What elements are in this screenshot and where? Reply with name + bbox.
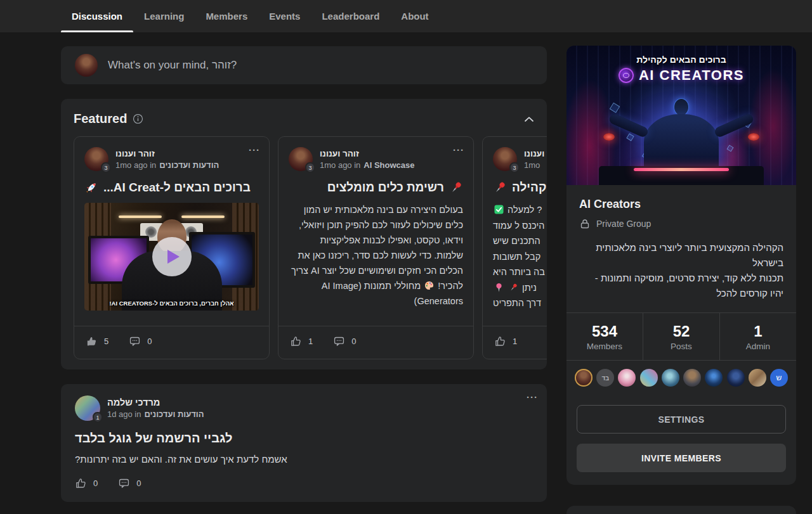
- level-badge: 1: [93, 412, 103, 423]
- palette-emoji: [424, 281, 434, 290]
- member-avatar[interactable]: [727, 369, 745, 387]
- tab-leaderboard[interactable]: Leaderboard: [311, 0, 390, 32]
- post-time: 1mo: [524, 160, 540, 170]
- like-icon[interactable]: [494, 335, 506, 347]
- member-avatars-row: בד ש: [566, 360, 796, 395]
- author-name[interactable]: זוהר וענונו: [115, 149, 219, 158]
- author-name[interactable]: מרדכי שלמה: [107, 397, 204, 408]
- featured-post-title[interactable]: רשימת כלים מומלצים: [327, 181, 444, 195]
- level-badge: 3: [101, 162, 111, 173]
- like-icon[interactable]: [290, 335, 302, 347]
- member-avatar[interactable]: [683, 369, 701, 387]
- banner-welcome-text: ברוכים הבאים לקהילת: [566, 55, 796, 65]
- featured-post-title[interactable]: קהילה: [512, 181, 546, 195]
- check-emoji: [494, 205, 504, 214]
- collapse-chevron-up-icon[interactable]: [524, 116, 534, 122]
- featured-post-title[interactable]: ברוכים הבאים ל-AI Creat...: [103, 181, 251, 195]
- privacy-label: Private Group: [596, 219, 651, 229]
- author-name[interactable]: זוהר וענונו: [524, 149, 547, 158]
- post-category[interactable]: AI Showcase: [363, 160, 414, 170]
- group-info-card: ברוכים הבאים לקהילת AI CREATORS AI Creat…: [566, 46, 796, 485]
- tab-members[interactable]: Members: [195, 0, 258, 32]
- author-avatar[interactable]: 3: [84, 147, 108, 171]
- info-icon[interactable]: [133, 113, 143, 124]
- featured-card-community[interactable]: 3 זוהר וענונו 1mo קהילה ? למעלה היכנס ל …: [482, 136, 547, 359]
- featured-title: Featured: [74, 112, 127, 126]
- pushpin-icon: [449, 181, 463, 195]
- comment-count: 0: [136, 479, 141, 488]
- featured-card-welcome[interactable]: ··· 3 זוהר וענונו 1mo ago inהודעות ועדכו…: [74, 136, 270, 359]
- tab-discussion[interactable]: Discussion: [61, 0, 133, 32]
- video-thumbnail[interactable]: אהלן חברים, ברוכים הבאים ל-AI CREATORS!: [84, 203, 259, 311]
- member-avatar[interactable]: [575, 369, 593, 387]
- comment-icon[interactable]: [118, 477, 130, 489]
- feed-post[interactable]: ··· 1 מרדכי שלמה 1d ago inהודעות ועדכוני…: [61, 384, 547, 502]
- main-feed: What's on your mind, זוהר? Featured ··· …: [61, 46, 547, 502]
- like-count: 1: [513, 337, 517, 346]
- featured-post-body: ? למעלה היכנס ל עמוד התכנים שיש קבל תשוב…: [493, 202, 547, 311]
- post-time: 1mo ago in: [115, 160, 156, 170]
- featured-cards-row: ··· 3 זוהר וענונו 1mo ago inהודעות ועדכו…: [74, 136, 547, 359]
- more-options-icon[interactable]: ···: [453, 145, 464, 155]
- current-user-avatar: [75, 54, 98, 77]
- comment-icon[interactable]: [333, 335, 345, 347]
- group-stats: 534 Members 52 Posts 1 Admin: [566, 312, 796, 360]
- group-banner[interactable]: ברוכים הבאים לקהילת AI CREATORS: [566, 46, 796, 185]
- featured-section: Featured ··· 3 זוהר וענונו 1mo ago inהוד…: [61, 99, 547, 369]
- play-button[interactable]: [152, 237, 192, 276]
- post-time: 1mo ago in: [320, 160, 360, 170]
- author-avatar[interactable]: 3: [289, 147, 313, 171]
- like-count: 0: [93, 479, 98, 488]
- tab-learning[interactable]: Learning: [133, 0, 195, 32]
- stat-posts[interactable]: 52 Posts: [643, 313, 719, 360]
- group-name[interactable]: AI Creators: [579, 198, 783, 211]
- author-avatar[interactable]: 3: [493, 147, 517, 171]
- composer-placeholder: What's on your mind, זוהר?: [108, 59, 237, 72]
- member-avatar[interactable]: בד: [596, 369, 614, 387]
- member-avatar[interactable]: ש: [770, 369, 788, 387]
- level-badge: 3: [305, 162, 315, 173]
- author-name[interactable]: זוהר וענונו: [320, 149, 415, 158]
- tab-about[interactable]: About: [390, 0, 439, 32]
- group-sidebar: ברוכים הבאים לקהילת AI CREATORS AI Creat…: [566, 46, 796, 514]
- top-navigation: Discussion Learning Members Events Leade…: [0, 0, 812, 32]
- more-options-icon[interactable]: ···: [249, 145, 260, 155]
- post-category[interactable]: הודעות ועדכונים: [145, 409, 204, 419]
- like-icon[interactable]: [75, 477, 87, 489]
- comment-icon[interactable]: [129, 335, 141, 347]
- stat-members[interactable]: 534 Members: [566, 313, 643, 360]
- tab-events[interactable]: Events: [258, 0, 311, 32]
- comment-count: 0: [147, 337, 152, 346]
- post-composer[interactable]: What's on your mind, זוהר?: [61, 46, 547, 84]
- more-options-icon[interactable]: ···: [527, 392, 538, 402]
- pushpin-emoji: [509, 283, 518, 292]
- member-avatar[interactable]: [618, 369, 636, 387]
- like-count: 1: [308, 337, 313, 346]
- comment-count: 0: [351, 337, 356, 346]
- post-body: אשמח לדעת איך עושים את זה. והאם יש בזה י…: [75, 454, 533, 465]
- member-avatar[interactable]: [640, 369, 658, 387]
- lock-icon: [579, 218, 591, 229]
- featured-card-tools[interactable]: ··· 3 זוהר וענונו 1mo ago inAI Showcase …: [278, 136, 474, 359]
- member-avatar[interactable]: [662, 369, 679, 387]
- group-description: הקהילה המקצועית ביותר ליוצרי בינה מלאכות…: [579, 240, 783, 301]
- pushpin-icon: [493, 181, 507, 195]
- post-title[interactable]: לגביי הרשמה של גוגל בלבד: [75, 431, 533, 446]
- level-badge: 3: [509, 162, 520, 173]
- featured-post-body: בעולם היצירה עם בינה מלאכותית יש המון כל…: [289, 202, 463, 309]
- post-category[interactable]: הודעות ועדכונים: [159, 160, 219, 170]
- video-caption: אהלן חברים, ברוכים הבאים ל-AI CREATORS!: [84, 300, 259, 307]
- member-avatar[interactable]: [749, 369, 766, 387]
- member-avatar[interactable]: [705, 369, 723, 387]
- like-count: 5: [104, 337, 108, 346]
- stat-admins[interactable]: 1 Admin: [719, 313, 796, 360]
- leaderboard-card: Leaderboard (30-days): [566, 506, 796, 514]
- settings-button[interactable]: SETTINGS: [577, 405, 786, 434]
- like-icon[interactable]: [86, 335, 98, 347]
- post-time: 1d ago in: [107, 409, 141, 419]
- banner-brand-text: AI CREATORS: [639, 67, 744, 84]
- rocket-icon: [84, 181, 98, 195]
- author-avatar[interactable]: 1: [75, 395, 100, 421]
- brain-logo-icon: [619, 68, 634, 83]
- invite-members-button[interactable]: INVITE MEMBERS: [577, 444, 786, 472]
